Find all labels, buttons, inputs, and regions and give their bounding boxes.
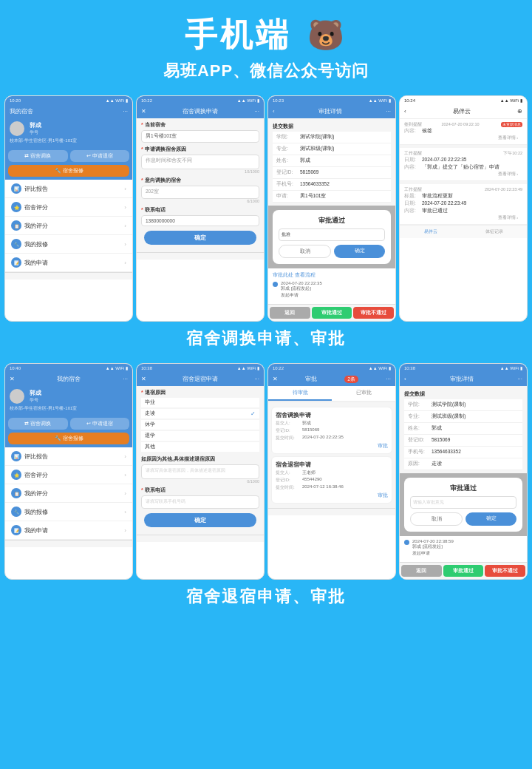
radio-other[interactable]: 其他 — [141, 442, 259, 453]
btn-reject-b4[interactable]: 审批不通过 — [485, 565, 525, 577]
process-dot-b4 — [404, 540, 409, 545]
tab-done[interactable]: 已审批 — [332, 386, 395, 401]
nav-title-b1: 我的宿舍 — [57, 375, 81, 383]
nav-back-2[interactable]: ✕ — [141, 108, 146, 115]
nav-back-b1[interactable]: ✕ — [10, 376, 15, 382]
modal-confirm-3[interactable]: 确定 — [334, 245, 385, 258]
nav-add-4[interactable]: ⊕ — [517, 108, 522, 115]
status-bar-b3: 10:22 ▲▲ WiFi ▮ — [268, 364, 395, 372]
screen-approval-detail: 10:23 ▲▲ WiFi ▮ ‹ 审批详情 ··· 提交数据 学院:测试学院(… — [267, 95, 396, 322]
notif-1: 签到提醒 2024-07-20 09:22:10 未查新消息 内容: 候签 查看… — [400, 119, 527, 145]
btn-approve-3[interactable]: 审批通过 — [312, 307, 352, 319]
screen-approval-detail-b: 10:38 ▲▲ WiFi ▮ ‹ 审批详情 ··· 提交数据 学院:测试学院(… — [399, 363, 528, 580]
screen-checkout-apply: 10:38 ▲▲ WiFi ▮ ✕ 宿舍退宿申请 ··· *退宿原因 毕业 走读… — [136, 363, 265, 580]
nav-back-b4[interactable]: ‹ — [404, 376, 406, 382]
action-buttons-b1: ⇄ 宿舍调换 ↩ 申请退宿 — [5, 415, 132, 433]
phone-input-b2[interactable]: 请填写联系手机号码 — [141, 495, 259, 509]
approve-link-2[interactable]: 审批 — [276, 492, 388, 499]
modal-cancel-3[interactable]: 取消 — [279, 245, 331, 258]
process-text-b4: 2024-07-20 22:38:59 郭成 [流程发起] 发起申请 — [412, 539, 454, 557]
notif-row-3c: 内容: 审批已通过 — [404, 208, 522, 214]
modal-input-b4[interactable]: 请输入审批意见 — [410, 496, 516, 509]
btn-back-3[interactable]: 返回 — [270, 307, 310, 319]
signal-b2: ▲▲ WiFi ▮ — [237, 365, 259, 370]
modal-confirm-b4[interactable]: 确定 — [466, 512, 516, 526]
menu-item-repair[interactable]: 🔧我的报修 › — [5, 235, 132, 254]
menu-item-report[interactable]: 📊评比报告 › — [5, 180, 132, 198]
nav-more-3[interactable]: ··· — [386, 108, 391, 115]
btn-checkout-1[interactable]: ↩申请退宿 — [70, 150, 130, 162]
user-info-1: 郭成 学号 校本部-学生宿舍区-男1号楼-101室 — [5, 118, 132, 147]
btn-swap-b1[interactable]: ⇄ 宿舍调换 — [8, 418, 68, 430]
modal-input-3[interactable]: 批准 — [279, 228, 385, 241]
notif-row-3b: 日期: 2024-07-20 22:23:49 — [404, 200, 522, 207]
btn-repair-b1[interactable]: 🔧 宿舍报修 — [8, 433, 129, 444]
tab-pending[interactable]: 待审批 — [268, 386, 332, 401]
nav-title-b2: 宿舍退宿申请 — [183, 375, 218, 383]
submit-btn-b2[interactable]: 确定 — [144, 513, 256, 527]
notif-header-1: 签到提醒 2024-07-20 09:22:10 未查新消息 — [404, 122, 522, 127]
card-time-row-1: 提交时间: 2024-07-20 22:22:35 — [276, 435, 388, 441]
menu-item-apply[interactable]: 📝我的申请 › — [5, 254, 132, 272]
radio-suspend[interactable]: 休学 — [141, 420, 259, 430]
view-detail-1[interactable]: 查看详情 › — [404, 135, 522, 141]
nav-bar-4: ‹ 易伴云 ⊕ — [400, 104, 527, 119]
submission-label: 提交数据 — [273, 121, 391, 132]
nav-back-4[interactable]: ‹ — [404, 108, 406, 115]
approval-modal-3: 审批通过 批准 取消 确定 — [268, 206, 395, 268]
view-detail-2[interactable]: 查看详情 › — [404, 171, 522, 177]
target-dorm-input[interactable]: 202室 — [141, 186, 259, 199]
btn-back-b4[interactable]: 返回 — [401, 565, 442, 577]
other-reason-input[interactable]: 请填写具体退宿原因，具体描述退宿原因 — [141, 464, 259, 479]
status-bar-4: 10:24 ▲▲ WiFi ▮ — [400, 96, 527, 104]
menu-item-b1-my-score[interactable]: 📋我的评分› — [5, 484, 132, 503]
menu-item-b1-report[interactable]: 📊评比报告› — [5, 447, 132, 466]
time-b4: 10:38 — [404, 366, 415, 370]
reason-input[interactable]: 作息时间和舍友不同 — [141, 155, 259, 169]
process-title-3[interactable]: 审批此处 查看流程 — [273, 271, 391, 279]
radio-graduation[interactable]: 毕业 — [141, 398, 259, 408]
nav-more-b4[interactable]: ··· — [517, 376, 522, 382]
btn-dorm-swap-1[interactable]: ⇄宿舍调换 — [8, 150, 68, 162]
menu-item-b1-score[interactable]: ⭐宿舍评分› — [5, 466, 132, 484]
status-bar-3: 10:23 ▲▲ WiFi ▮ — [268, 96, 395, 104]
nav-more-b1[interactable]: ··· — [123, 376, 128, 382]
menu-item-score[interactable]: ⭐宿舍评分 › — [5, 198, 132, 217]
submit-btn-2[interactable]: 确定 — [144, 231, 256, 245]
bottom-bar-1 — [5, 272, 132, 280]
nav-back-b3[interactable]: ✕ — [273, 376, 278, 382]
tab-yiban[interactable]: 易伴云 — [424, 228, 437, 235]
info-row-major: 专业:测试班级(课制) — [273, 143, 391, 155]
menu-item-b1-repair[interactable]: 🔧我的报修› — [5, 503, 132, 521]
modal-box-3: 审批通过 批准 取消 确定 — [273, 210, 391, 264]
modal-cancel-b4[interactable]: 取消 — [410, 512, 463, 526]
tab-health[interactable]: 体征记录 — [485, 228, 503, 235]
nav-back-b2[interactable]: ✕ — [141, 376, 146, 382]
field-target-dorm: *意向调换的宿舍 202室 6/1000 — [141, 177, 259, 203]
approve-link-1[interactable]: 审批 — [276, 443, 388, 450]
user-name-1: 郭成 — [30, 121, 41, 129]
info-row-b4-id: 登记ID:5815069 — [404, 435, 522, 447]
bottom-bar-b3 — [268, 508, 395, 515]
nav-more-1[interactable]: ··· — [123, 108, 128, 115]
nav-more-b3[interactable]: ··· — [386, 376, 391, 382]
char-count-b2: 0/1000 — [141, 479, 259, 484]
menu-item-my-score[interactable]: 📋我的评分 › — [5, 217, 132, 235]
caption-1: 宿舍调换申请、审批 — [0, 322, 532, 357]
btn-checkout-b1[interactable]: ↩ 申请退宿 — [70, 418, 130, 430]
btn-reject-3[interactable]: 审批不通过 — [353, 307, 394, 319]
menu-item-b1-apply[interactable]: 📝我的申请› — [5, 521, 132, 540]
nav-back-3[interactable]: ‹ — [273, 108, 275, 115]
nav-more-2[interactable]: ··· — [254, 108, 259, 115]
current-dorm-value: 男1号楼101室 — [141, 130, 259, 143]
btn-approve-b4[interactable]: 审批通过 — [443, 565, 484, 577]
bottom-action-bar-3: 返回 审批通过 审批不通过 — [268, 304, 395, 321]
radio-commute[interactable]: 走读✓ — [141, 409, 259, 419]
notif-date-2: 下午10:22 — [503, 151, 522, 156]
tabs-bar-b3: 待审批 已审批 — [268, 386, 395, 402]
screen-my-dorm-b: 10:40 ▲▲ WiFi ▮ ✕ 我的宿舍 ··· 郭成 学号 校本部-学生宿… — [4, 363, 133, 580]
nav-more-b2[interactable]: ··· — [254, 376, 259, 382]
radio-dropout[interactable]: 退学 — [141, 431, 259, 441]
btn-repair-1[interactable]: 🔧 宿舍报修 — [8, 165, 129, 177]
view-detail-3[interactable]: 查看详情 › — [404, 214, 522, 221]
